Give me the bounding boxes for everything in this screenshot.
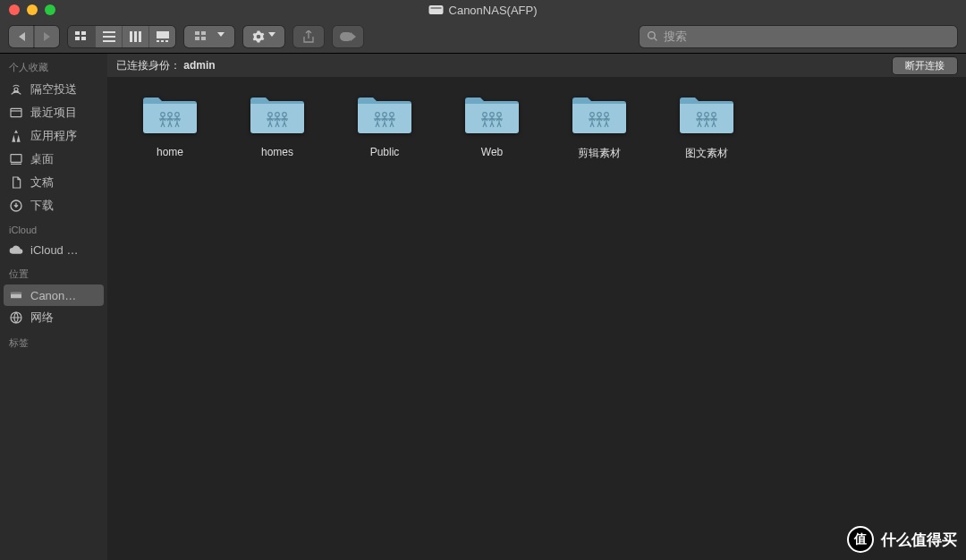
folder-label: 剪辑素材: [578, 146, 621, 161]
network-icon: [9, 310, 23, 325]
desktop-icon: [9, 152, 23, 166]
chevron-down-icon: [217, 32, 225, 41]
chevron-right-icon: [44, 32, 50, 41]
svg-rect-0: [75, 31, 80, 35]
sidebar-item-airdrop[interactable]: 隔空投送: [0, 78, 107, 101]
folder-label: 图文素材: [685, 146, 728, 161]
folder-item[interactable]: 图文素材: [653, 93, 760, 161]
svg-rect-11: [157, 40, 159, 42]
svg-rect-3: [81, 37, 86, 40]
sidebar-section-header: 个人收藏: [0, 54, 107, 78]
sidebar-item-apps[interactable]: 应用程序: [0, 124, 107, 148]
svg-rect-10: [157, 31, 169, 38]
shared-folder-icon: [678, 93, 735, 139]
tag-icon: [340, 32, 356, 41]
list-view-button[interactable]: [95, 26, 122, 47]
gear-icon: [252, 30, 265, 43]
sidebar-section-header: 位置: [0, 260, 107, 284]
tags-button[interactable]: [333, 26, 363, 47]
apps-icon: [9, 129, 23, 143]
sidebar-item-desktop[interactable]: 桌面: [0, 148, 107, 171]
sidebar: 个人收藏隔空投送最近项目应用程序桌面文稿下载iCloudiCloud …位置Ca…: [0, 54, 107, 560]
window-controls: [0, 4, 55, 15]
arrange-button[interactable]: [184, 26, 234, 47]
share-icon: [303, 30, 314, 43]
window-title: CanonNAS(AFP): [429, 4, 538, 17]
view-switcher: [68, 26, 175, 47]
svg-rect-14: [195, 31, 199, 35]
sidebar-section-header: 标签: [0, 329, 107, 353]
svg-rect-5: [103, 36, 115, 38]
server-icon: [9, 288, 23, 302]
svg-rect-7: [130, 31, 132, 42]
search-field[interactable]: [640, 26, 957, 47]
svg-rect-23: [11, 108, 21, 116]
svg-rect-18: [340, 32, 352, 41]
close-window-button[interactable]: [9, 4, 20, 15]
cloud-icon: [9, 242, 23, 257]
downloads-icon: [9, 199, 23, 213]
connection-bar: 已连接身份： admin 断开连接: [107, 54, 966, 77]
shared-folder-icon: [571, 93, 628, 139]
svg-rect-1: [81, 31, 86, 35]
svg-line-21: [654, 38, 657, 40]
svg-rect-25: [11, 155, 21, 163]
sidebar-item-cloud[interactable]: iCloud …: [0, 239, 107, 260]
titlebar: CanonNAS(AFP): [0, 0, 966, 20]
sidebar-item-docs[interactable]: 文稿: [0, 171, 107, 194]
window-title-text: CanonNAS(AFP): [449, 4, 538, 17]
folder-item[interactable]: home: [116, 93, 224, 161]
folder-item[interactable]: Public: [331, 93, 438, 161]
svg-rect-8: [134, 31, 137, 42]
server-icon: [429, 5, 444, 14]
sidebar-item-label: 网络: [30, 310, 54, 326]
svg-rect-16: [195, 37, 199, 40]
sidebar-item-downloads[interactable]: 下载: [0, 194, 107, 217]
sidebar-section-header: iCloud: [0, 217, 107, 239]
grid-icon: [195, 31, 208, 42]
svg-rect-9: [139, 31, 141, 42]
icon-view-button[interactable]: [68, 26, 95, 47]
svg-rect-17: [201, 37, 206, 40]
sidebar-item-label: iCloud …: [30, 243, 78, 257]
minimize-window-button[interactable]: [27, 4, 38, 15]
folder-item[interactable]: homes: [224, 93, 331, 161]
svg-marker-19: [351, 32, 356, 41]
sidebar-item-label: 下载: [30, 198, 54, 214]
action-button[interactable]: [243, 26, 284, 47]
sidebar-item-recents[interactable]: 最近项目: [0, 101, 107, 124]
folder-grid[interactable]: homehomesPublicWeb剪辑素材图文素材: [107, 77, 966, 177]
main-content: 已连接身份： admin 断开连接 homehomesPublicWeb剪辑素材…: [107, 54, 966, 560]
folder-label: home: [157, 146, 183, 158]
chevron-left-icon: [19, 32, 25, 41]
chevron-down-icon: [268, 32, 275, 41]
back-button[interactable]: [9, 26, 34, 47]
share-button[interactable]: [293, 26, 324, 47]
svg-rect-12: [161, 40, 164, 42]
svg-rect-13: [165, 40, 168, 42]
nav-buttons: [9, 26, 59, 47]
folder-label: homes: [261, 146, 293, 158]
folder-label: Web: [481, 146, 503, 158]
svg-rect-15: [201, 31, 206, 35]
sidebar-item-label: 文稿: [30, 174, 54, 191]
airdrop-icon: [9, 82, 23, 97]
column-view-button[interactable]: [122, 26, 148, 47]
svg-rect-6: [103, 40, 115, 42]
shared-folder-icon: [356, 93, 413, 139]
folder-item[interactable]: Web: [438, 93, 546, 161]
zoom-window-button[interactable]: [45, 4, 55, 15]
sidebar-item-label: Canon…: [30, 289, 76, 302]
connected-as-label: 已连接身份：: [116, 59, 181, 72]
search-input[interactable]: [664, 30, 950, 43]
forward-button[interactable]: [34, 26, 59, 47]
gallery-view-button[interactable]: [148, 26, 175, 47]
connected-user: admin: [183, 59, 215, 72]
sidebar-item-network[interactable]: 网络: [0, 306, 107, 329]
disconnect-button[interactable]: 断开连接: [893, 57, 957, 74]
recents-icon: [9, 106, 23, 120]
search-icon: [647, 30, 658, 42]
shared-folder-icon: [463, 93, 521, 139]
sidebar-item-server[interactable]: Canon…: [4, 284, 104, 306]
folder-item[interactable]: 剪辑素材: [546, 93, 653, 161]
